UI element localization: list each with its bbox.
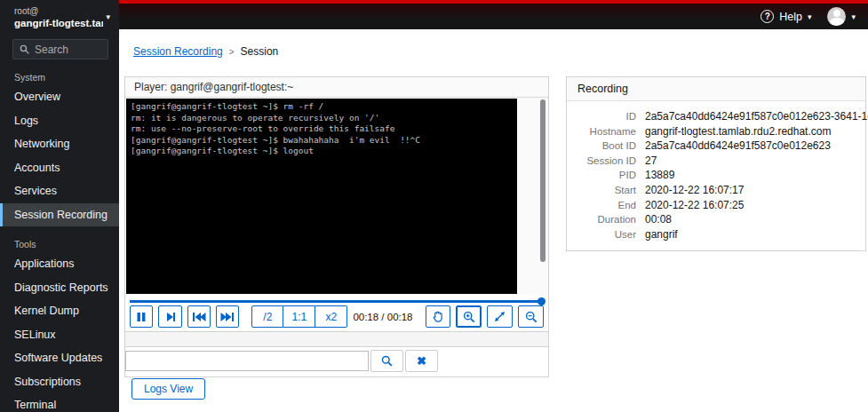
player-controls: /2 1:1 x2 00:18 / 00:18	[130, 305, 544, 328]
pan-hand-icon	[432, 311, 443, 322]
terminal-container: [gangrif@gangrif-tlogtest ~]$ rm -rf /rm…	[125, 98, 548, 295]
sidebar-search-placeholder: Search	[35, 44, 68, 56]
sidebar-item-overview[interactable]: Overview	[0, 85, 119, 109]
recording-field-id: ID 2a5a7ca40dd6424e91f587c0e012e623-3641…	[572, 109, 853, 124]
playback-time: 00:18 / 00:18	[353, 312, 412, 322]
terminal-search: ✖	[125, 350, 548, 372]
chevron-down-icon: ▾	[106, 12, 110, 21]
skip-to-end-icon	[220, 312, 235, 322]
field-value: 00:08	[645, 212, 672, 227]
magnifier-minus-icon	[525, 311, 538, 323]
masthead: ? Help ▾ ▾	[119, 0, 868, 29]
sidebar-item-selinux[interactable]: SELinux	[0, 323, 119, 347]
nav-section-system: System	[0, 72, 119, 83]
pause-icon	[136, 312, 147, 322]
player-message-bar	[125, 331, 548, 347]
field-value: 13889	[645, 168, 674, 183]
terminal-search-clear-button[interactable]: ✖	[405, 350, 438, 372]
recording-field-pid: PID 13889	[572, 168, 853, 183]
chevron-down-icon: ▾	[851, 12, 856, 21]
terminal-line: rm: it is dangerous to operate recursive…	[131, 113, 513, 124]
field-value: gangrif-tlogtest.tamlab.rdu2.redhat.com	[645, 124, 831, 139]
sidebar-item-session-recording[interactable]: Session Recording	[0, 203, 119, 227]
skip-to-end-button[interactable]	[216, 305, 239, 328]
sidebar-item-networking[interactable]: Networking	[0, 132, 119, 156]
field-label: Session ID	[572, 154, 636, 169]
user-menu[interactable]: ▾	[827, 7, 856, 26]
field-label: Start	[572, 183, 636, 198]
terminal-search-input[interactable]	[125, 351, 369, 371]
search-icon	[20, 44, 29, 54]
sidebar-item-applications[interactable]: Applications	[0, 252, 119, 276]
sidebar-item-services[interactable]: Services	[0, 179, 119, 203]
speed-controls: /2 1:1 x2	[251, 305, 347, 328]
field-value: gangrif	[645, 227, 678, 242]
expand-arrows-icon	[494, 311, 506, 322]
field-label: ID	[572, 109, 636, 124]
field-label: PID	[572, 168, 636, 183]
sidebar-item-diagnostic-reports[interactable]: Diagnostic Reports	[0, 276, 119, 300]
chevron-down-icon: ▾	[808, 12, 812, 21]
skip-to-start-icon	[192, 312, 206, 322]
breadcrumb-current: Session	[241, 45, 279, 58]
avatar	[827, 7, 846, 26]
field-value: 2a5a7ca40dd6424e91f587c0e012e623-3641-1c…	[645, 109, 868, 124]
terminal-output[interactable]: [gangrif@gangrif-tlogtest ~]$ rm -rf /rm…	[126, 99, 517, 294]
zoom-out-button[interactable]	[518, 305, 544, 328]
sidebar-item-terminal[interactable]: Terminal	[0, 393, 119, 412]
recording-field-boot-id: Boot ID 2a5a7ca40dd6424e91f587c0e012e623	[572, 139, 853, 154]
hostname-label: gangrif-tlogtest.taml...	[14, 18, 103, 28]
step-forward-icon	[165, 312, 176, 322]
app-window: root@ gangrif-tlogtest.taml... ▾ Search …	[0, 0, 868, 412]
pan-button[interactable]	[426, 305, 451, 328]
help-icon: ?	[760, 10, 774, 23]
search-icon	[381, 355, 393, 367]
field-value: 2020-12-22 16:07:17	[645, 183, 744, 198]
sidebar-item-kernel-dump[interactable]: Kernel Dump	[0, 299, 119, 323]
field-label: End	[572, 198, 636, 213]
speed-double-button[interactable]: x2	[315, 305, 347, 328]
magnifier-plus-icon	[463, 311, 475, 323]
close-icon: ✖	[417, 355, 426, 367]
host-switcher[interactable]: root@ gangrif-tlogtest.taml... ▾	[0, 0, 119, 32]
terminal-scrollbar[interactable]	[540, 99, 545, 262]
recording-field-user: User gangrif	[572, 227, 853, 242]
progress-knob[interactable]	[538, 297, 545, 305]
field-label: Duration	[572, 212, 636, 227]
recording-field-hostname: Hostname gangrif-tlogtest.tamlab.rdu2.re…	[572, 124, 853, 139]
field-value: 2a5a7ca40dd6424e91f587c0e012e623	[645, 139, 831, 154]
player-panel: Player: gangrif@gangrif-tlogtest:~ [gang…	[124, 76, 549, 377]
terminal-search-button[interactable]	[370, 350, 403, 372]
pause-button[interactable]	[130, 305, 153, 328]
speed-normal-button[interactable]: 1:1	[283, 305, 315, 328]
sidebar-item-logs[interactable]: Logs	[0, 109, 119, 133]
restart-button[interactable]	[187, 305, 211, 328]
breadcrumb-separator: >	[229, 47, 235, 57]
sidebar-item-accounts[interactable]: Accounts	[0, 156, 119, 180]
logs-view-button[interactable]: Logs View	[131, 378, 205, 400]
recording-field-start: Start 2020-12-22 16:07:17	[572, 183, 853, 198]
sidebar-item-software-updates[interactable]: Software Updates	[0, 346, 119, 370]
nav-section-tools: Tools	[0, 239, 119, 250]
sidebar-item-subscriptions[interactable]: Subscriptions	[0, 370, 119, 394]
field-label: User	[572, 227, 636, 242]
terminal-line: rm: use --no-preserve-root to override t…	[131, 123, 513, 135]
field-label: Boot ID	[572, 139, 636, 154]
sidebar: root@ gangrif-tlogtest.taml... ▾ Search …	[0, 0, 119, 412]
playback-progress-bar[interactable]	[130, 300, 544, 303]
field-value: 2020-12-22 16:07:25	[645, 198, 744, 213]
help-menu[interactable]: ? Help ▾	[760, 10, 811, 23]
breadcrumb: Session Recording > Session	[133, 45, 278, 58]
recording-details: ID 2a5a7ca40dd6424e91f587c0e012e623-3641…	[567, 101, 865, 250]
recording-panel: Recording ID 2a5a7ca40dd6424e91f587c0e01…	[566, 76, 866, 251]
step-frame-button[interactable]	[158, 305, 181, 328]
field-label: Hostname	[572, 124, 636, 139]
speed-half-button[interactable]: /2	[251, 305, 283, 328]
sidebar-search-input[interactable]: Search	[12, 39, 108, 59]
player-title: Player: gangrif@gangrif-tlogtest:~	[125, 77, 548, 98]
logged-in-user: root@	[14, 6, 110, 16]
zoom-in-button[interactable]	[456, 305, 482, 328]
fit-to-screen-button[interactable]	[487, 305, 513, 328]
breadcrumb-session-recording-link[interactable]: Session Recording	[133, 45, 223, 58]
recording-panel-title: Recording	[567, 77, 865, 101]
